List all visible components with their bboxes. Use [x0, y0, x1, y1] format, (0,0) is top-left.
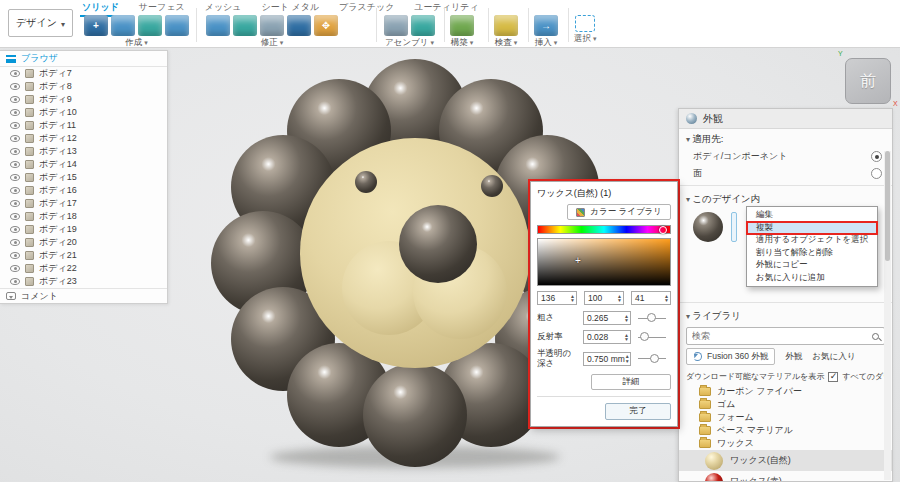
visibility-eye-icon[interactable] — [10, 278, 20, 285]
browser-body-row[interactable]: ボディ7 — [0, 67, 167, 80]
radio-body-component[interactable] — [871, 151, 882, 162]
visibility-eye-icon[interactable] — [10, 265, 20, 272]
browser-body-row[interactable]: ボディ16 — [0, 184, 167, 197]
browser-body-row[interactable]: ボディ11 — [0, 119, 167, 132]
browser-body-row[interactable]: ボディ12 — [0, 132, 167, 145]
insert-mesh-icon[interactable]: → — [534, 15, 558, 36]
apply-to-section-title[interactable]: 適用先: — [679, 129, 892, 148]
scrollbar-thumb[interactable] — [885, 151, 890, 261]
menu-item-add-favorites[interactable]: お気に入りに追加 — [747, 272, 877, 285]
swatch-selected-box[interactable] — [731, 212, 737, 242]
browser-body-row[interactable]: ボディ15 — [0, 171, 167, 184]
visibility-eye-icon[interactable] — [10, 252, 20, 259]
hue-value-input[interactable]: 136▲▼ — [537, 291, 577, 305]
browser-header[interactable]: ブラウザ — [0, 51, 167, 67]
saturation-value-picker[interactable]: + — [537, 238, 671, 286]
visibility-eye-icon[interactable] — [10, 187, 20, 194]
assembly-joint-icon[interactable] — [411, 15, 435, 36]
modify-fillet-icon[interactable] — [233, 15, 257, 36]
browser-body-row[interactable]: ボディ13 — [0, 145, 167, 158]
visibility-eye-icon[interactable] — [10, 135, 20, 142]
swatch-dark-wax[interactable] — [693, 212, 723, 242]
comment-row[interactable]: コメント — [0, 288, 167, 303]
browser-body-row[interactable]: ボディ17 — [0, 197, 167, 210]
visibility-eye-icon[interactable] — [10, 226, 20, 233]
modify-shell-icon[interactable] — [260, 15, 284, 36]
viewcube[interactable]: 前 — [845, 58, 891, 104]
menu-item-edit[interactable]: 編集 — [747, 209, 877, 222]
translucency-input[interactable]: 0.750 mm▲▼ — [583, 352, 631, 366]
tab-surface[interactable]: サーフェス — [137, 0, 187, 15]
modify-group-label[interactable]: 修正 — [261, 37, 283, 49]
visibility-eye-icon[interactable] — [10, 96, 20, 103]
visibility-eye-icon[interactable] — [10, 239, 20, 246]
fusion-appearance-source[interactable]: Fusion 360 外観 — [686, 348, 775, 365]
inspect-group-label[interactable]: 検査 — [495, 37, 517, 49]
tab-mesh[interactable]: メッシュ — [203, 0, 244, 15]
construct-plane-icon[interactable] — [450, 15, 474, 36]
browser-body-row[interactable]: ボディ21 — [0, 249, 167, 262]
appearance-header[interactable]: 外観 — [679, 109, 892, 129]
modify-combine-icon[interactable] — [287, 15, 311, 36]
tab-plastic[interactable]: プラスチック — [337, 0, 396, 15]
folder-foam[interactable]: フォーム — [679, 411, 892, 424]
folder-wax[interactable]: ワックス — [679, 437, 892, 450]
visibility-eye-icon[interactable] — [10, 213, 20, 220]
inspect-measure-icon[interactable] — [494, 15, 518, 36]
visibility-eye-icon[interactable] — [10, 148, 20, 155]
design-menu-button[interactable]: デザイン — [8, 9, 73, 37]
lion-nose[interactable] — [399, 205, 477, 283]
visibility-eye-icon[interactable] — [10, 161, 20, 168]
visibility-eye-icon[interactable] — [10, 122, 20, 129]
create-form-icon[interactable] — [138, 15, 162, 36]
color-cursor-icon[interactable]: + — [575, 255, 581, 266]
lion-right-eye[interactable] — [481, 175, 503, 197]
tab-utility[interactable]: ユーティリティ — [412, 0, 480, 15]
hue-slider[interactable] — [537, 225, 671, 234]
folder-carbon-fiber[interactable]: カーボン ファイバー — [679, 385, 892, 398]
browser-body-row[interactable]: ボディ22 — [0, 262, 167, 275]
browser-body-row[interactable]: ボディ14 — [0, 158, 167, 171]
reflectance-knob[interactable] — [640, 332, 649, 341]
folder-base-material[interactable]: ベース マテリアル — [679, 424, 892, 437]
color-library-button[interactable]: カラー ライブラリ — [567, 204, 671, 220]
browser-body-row[interactable]: ボディ10 — [0, 106, 167, 119]
browser-body-row[interactable]: ボディ19 — [0, 223, 167, 236]
insert-group-label[interactable]: 挿入 — [535, 37, 557, 49]
browser-body-row[interactable]: ボディ23 — [0, 275, 167, 288]
library-section-title[interactable]: ライブラリ — [679, 306, 892, 325]
panel-scrollbar[interactable] — [884, 151, 891, 480]
material-wax-natural[interactable]: ワックス(自然) — [679, 450, 892, 471]
search-input[interactable] — [692, 331, 872, 341]
source-appearance-link[interactable]: 外観 — [785, 351, 802, 363]
modify-move-icon[interactable]: ✥ — [314, 15, 338, 36]
visibility-eye-icon[interactable] — [10, 174, 20, 181]
browser-body-row[interactable]: ボディ20 — [0, 236, 167, 249]
roughness-slider[interactable] — [638, 318, 666, 319]
menu-item-unassign-delete[interactable]: 割り当て解除と削除 — [747, 247, 877, 260]
done-button[interactable]: 完了 — [605, 403, 671, 420]
roughness-knob[interactable] — [647, 313, 656, 322]
select-icon[interactable] — [575, 15, 595, 32]
saturation-value-input[interactable]: 100▲▼ — [584, 291, 624, 305]
material-wax-red[interactable]: ワックス(赤) — [679, 471, 892, 482]
menu-item-copy-to-appearance[interactable]: 外観にコピー — [747, 259, 877, 272]
visibility-eye-icon[interactable] — [10, 200, 20, 207]
translucency-knob[interactable] — [650, 354, 659, 363]
source-favorites-link[interactable]: お気に入り — [812, 351, 855, 363]
create-group-label[interactable]: 作成 — [125, 37, 147, 49]
folder-rubber[interactable]: ゴム — [679, 398, 892, 411]
browser-body-row[interactable]: ボディ9 — [0, 93, 167, 106]
visibility-eye-icon[interactable] — [10, 70, 20, 77]
browser-body-row[interactable]: ボディ18 — [0, 210, 167, 223]
mane-sphere[interactable] — [363, 363, 467, 467]
download-checkbox[interactable] — [828, 372, 838, 382]
brightness-value-input[interactable]: 41▲▼ — [631, 291, 671, 305]
lion-left-eye[interactable] — [355, 171, 377, 193]
roughness-input[interactable]: 0.265▲▼ — [583, 311, 631, 325]
reflectance-input[interactable]: 0.028▲▼ — [583, 330, 631, 344]
apply-option-body[interactable]: ボディ/コンポーネント — [679, 148, 892, 165]
hue-knob[interactable] — [659, 226, 667, 234]
tab-sheet-metal[interactable]: シート メタル — [260, 0, 322, 15]
modify-presspull-icon[interactable] — [206, 15, 230, 36]
